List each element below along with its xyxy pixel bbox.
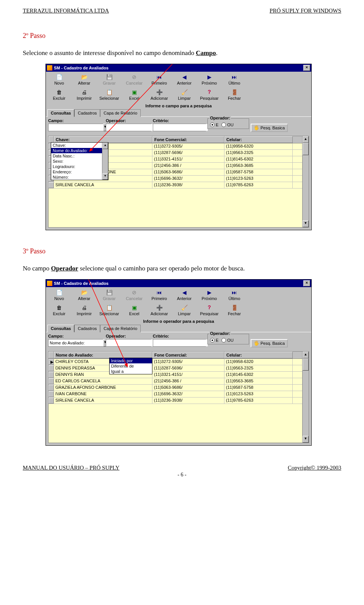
tool-último[interactable]: Último (222, 73, 247, 86)
tool-anterior[interactable]: Anterior (172, 73, 197, 86)
operador-combo[interactable]: ▼ (106, 124, 151, 131)
criterio-input[interactable] (153, 124, 208, 131)
col-celular[interactable]: Celular: (224, 136, 293, 143)
dropdown-item[interactable]: Número: (51, 174, 108, 180)
pesq-basica-button[interactable]: Pesq. Basica (251, 339, 288, 347)
footer-page: - 6 - (23, 472, 341, 478)
table-row[interactable]: DENNYS RIAN(11)3321-4151/(11)8145-6302 (49, 372, 309, 378)
criterio-combo[interactable] (153, 339, 206, 347)
col-fone[interactable]: Fone Comercial: (152, 352, 224, 358)
operador-dropdown-list[interactable]: Iniciado porDiferente deIgual a (109, 358, 152, 374)
dropdown-item[interactable]: Chave: (51, 143, 108, 148)
label-operador: Operador: (106, 118, 151, 123)
grid-scrollbar[interactable]: ▲ ▼ (302, 136, 309, 227)
cell-cel: (11)9563-2325 (224, 365, 293, 371)
tool-alterar[interactable]: Alterar (72, 288, 97, 302)
tool-primeiro[interactable]: Primeiro (147, 73, 172, 86)
tool-fechar[interactable]: Fechar (222, 303, 247, 317)
tool-pesquisar[interactable]: Pesquisar (197, 88, 222, 101)
cell-cel: (11)9587-5758 (224, 169, 293, 175)
radio-ou[interactable]: OU (221, 338, 234, 343)
campo-combo[interactable]: ▼ (48, 339, 104, 347)
excel-icon (130, 304, 138, 311)
tool-novo[interactable]: Novo (47, 288, 72, 302)
dropdown-item[interactable]: Logradouro: (51, 164, 108, 169)
cell-name: GRAZIELA AFONSO CARBONE (54, 385, 152, 391)
dropdown-item[interactable]: Igual a (110, 369, 152, 374)
campo-combo[interactable]: ▼ (48, 124, 104, 131)
tool-excel[interactable]: Excel (122, 303, 147, 317)
cell-fone: (11)3287-5696/ (152, 150, 224, 156)
criterio-combo[interactable] (153, 124, 206, 131)
tool-adicionar[interactable]: Adicionar (147, 303, 172, 317)
table-row[interactable]: IVAN CARBONE(11)5696-3632/(11)9123-5263 (49, 391, 309, 398)
table-row[interactable]: ED CARLOS CANCELA(21)2456-386 /(11)9563-… (49, 378, 309, 385)
cell-name: IVAN CARBONE (54, 391, 152, 397)
tool-imprimir[interactable]: Imprimir (72, 88, 97, 101)
tool-fechar[interactable]: Fechar (222, 88, 247, 101)
cell-fone: (11)3287-5696/ (152, 365, 224, 371)
table-row[interactable]: SIRLENE CANCELA(11)3236-3938/(11)9785-62… (49, 182, 309, 189)
dropdown-item[interactable]: Diferente de (110, 363, 152, 369)
campo-input[interactable] (49, 124, 103, 131)
tool-excluir[interactable]: Excluir (47, 88, 72, 101)
operador-combo[interactable]: ▼ (106, 339, 151, 347)
tool-primeiro[interactable]: Primeiro (147, 288, 172, 302)
cell-cel: (11)9958-6320 (224, 359, 293, 365)
campo-dropdown-list[interactable]: ▲▼ Chave:Nome do Avaliado:Data Nasc.:Sex… (51, 142, 108, 180)
fechar-icon (231, 89, 238, 96)
dropdown-item[interactable]: Data Nasc.: (51, 153, 108, 159)
grid-scrollbar[interactable]: ▲ ▼ (302, 352, 309, 443)
dropdown-item[interactable]: Nome do Avaliado: (51, 148, 108, 153)
tab-capa-relatorio[interactable]: Capa de Relatório (100, 325, 141, 332)
radio-e[interactable]: E (210, 123, 218, 127)
radio-ou[interactable]: OU (221, 123, 234, 127)
radio-e[interactable]: E (210, 338, 218, 343)
table-row[interactable]: DENNIS PEDRASSA(11)3287-5696/(11)9563-23… (49, 365, 309, 372)
tool-próximo[interactable]: Próximo (197, 288, 222, 302)
anterior-icon (180, 74, 188, 80)
tool-imprimir[interactable]: Imprimir (72, 303, 97, 317)
tab-consultas[interactable]: Consultas (47, 109, 74, 117)
passo3-text: No campo Operador selecione qual o camin… (23, 265, 341, 272)
criterio-input[interactable] (153, 339, 208, 346)
close-icon[interactable]: × (303, 280, 310, 286)
table-row[interactable]: GRAZIELA AFONSO CARBONE(11)5063-9686/(11… (49, 385, 309, 391)
tab-consultas[interactable]: Consultas (47, 325, 74, 332)
tool-label: Pesquisar (200, 311, 219, 316)
cell-cel: (11)9563-2325 (224, 150, 293, 156)
tool-limpar[interactable]: Limpar (172, 88, 197, 101)
tool-selecionar[interactable]: Selecionar (97, 303, 122, 317)
tool-novo[interactable]: Novo (47, 73, 72, 86)
tool-excluir[interactable]: Excluir (47, 303, 72, 317)
dropdown-item[interactable]: Iniciado por (110, 358, 152, 363)
tab-cadastros[interactable]: Cadastros (74, 109, 100, 117)
table-row[interactable]: ▶CHIRLEY COSTA(11)3272-9305/(11)9958-632… (49, 359, 309, 365)
close-icon[interactable]: × (303, 65, 310, 71)
tool-excel[interactable]: Excel (122, 88, 147, 101)
tool-selecionar[interactable]: Selecionar (97, 88, 122, 101)
tool-alterar[interactable]: Alterar (72, 73, 97, 86)
tool-próximo[interactable]: Próximo (197, 73, 222, 86)
tool-limpar[interactable]: Limpar (172, 303, 197, 317)
tool-pesquisar[interactable]: Pesquisar (197, 303, 222, 317)
tool-adicionar[interactable]: Adicionar (147, 88, 172, 101)
tab-cadastros[interactable]: Cadastros (74, 325, 100, 332)
pesq-basica-button[interactable]: Pesq. Basica (251, 124, 288, 132)
table-row[interactable]: SIRLENE CANCELA(11)3236-3938/(11)9785-62… (49, 398, 309, 404)
tool-label: Próximo (202, 296, 217, 301)
tool-último[interactable]: Último (222, 288, 247, 302)
col-celular[interactable]: Celular: (224, 352, 293, 358)
tool-anterior[interactable]: Anterior (172, 288, 197, 302)
tool-label: Alterar (78, 81, 90, 85)
gravar-icon (105, 74, 113, 80)
dropdown-item[interactable]: Endereço: (51, 169, 108, 174)
campo-input[interactable] (49, 339, 103, 346)
dropdown-item[interactable]: Sexo: (51, 159, 108, 164)
cell-fone: (11)5063-9686/ (152, 169, 224, 175)
operador-group: Operador: E OU (207, 334, 249, 344)
tab-capa-relatorio[interactable]: Capa de Relatório (100, 109, 141, 117)
tool-label: Primeiro (152, 81, 167, 85)
col-fone[interactable]: Fone Comercial: (152, 136, 224, 143)
footer-left: MANUAL DO USUÁRIO – PRÓ SUPLY (23, 465, 119, 471)
